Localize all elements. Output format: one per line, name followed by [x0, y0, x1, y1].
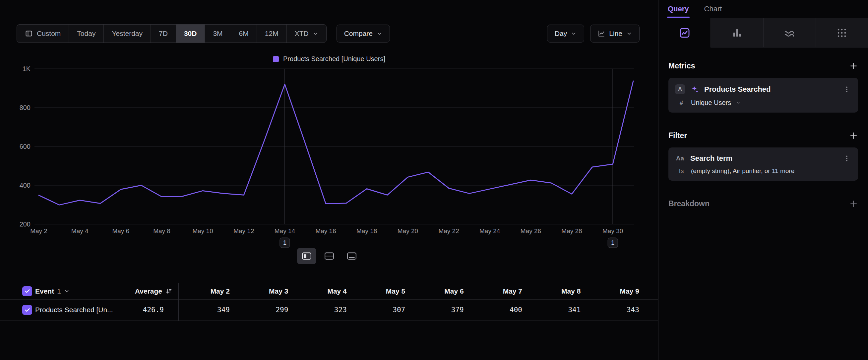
table-row: Products Searched [Un... 426.9 349299323…: [0, 300, 658, 321]
y-axis-tick: 200: [20, 221, 31, 228]
column-header-may-4[interactable]: May 4: [287, 287, 347, 295]
range-custom[interactable]: Custom: [17, 25, 69, 43]
chart-style-button[interactable]: Line: [590, 25, 640, 43]
range-7d[interactable]: 7D: [151, 25, 176, 43]
metrics-title: Metrics: [669, 61, 695, 71]
layout-side-by-side-icon: [302, 252, 312, 260]
filter-section-header: Filter: [669, 131, 858, 140]
filter-card[interactable]: Aa Search term Is (empty string), Air pu…: [669, 147, 858, 181]
plus-icon: [849, 131, 858, 140]
chevron-down-icon: [377, 31, 382, 36]
x-axis-tick: May 4: [71, 227, 89, 234]
x-axis-tick: May 2: [30, 227, 48, 234]
column-header-may-9[interactable]: May 9: [580, 287, 639, 295]
column-header-may-7[interactable]: May 7: [463, 287, 522, 295]
number-measure-icon: #: [676, 99, 686, 107]
cell-value: 400: [463, 306, 522, 314]
filter-menu-button[interactable]: [842, 155, 851, 162]
filter-operator[interactable]: Is: [676, 167, 686, 175]
cell-value: 343: [580, 306, 639, 314]
x-axis-tick: May 16: [315, 227, 336, 234]
measure-selector[interactable]: Unique Users: [691, 99, 731, 107]
column-header-may-5[interactable]: May 5: [345, 287, 405, 295]
layout-toggle-group: [290, 247, 368, 265]
cell-value: 379: [404, 306, 464, 314]
range-30d[interactable]: 30D: [176, 25, 205, 43]
compare-chevron-icon: [377, 31, 382, 36]
event-sparkle-icon: [690, 85, 699, 94]
chart-type-tab-insights-line[interactable]: [658, 18, 711, 48]
range-12m[interactable]: 12M: [257, 25, 287, 43]
range-6m[interactable]: 6M: [231, 25, 257, 43]
chart-toolbar: CustomTodayYesterday7D30D3M6M12MXTD Comp…: [17, 24, 640, 43]
range-label: Custom: [37, 30, 61, 37]
average-header[interactable]: Average: [99, 283, 173, 299]
tab-chart[interactable]: Chart: [704, 0, 722, 18]
event-label: Event: [35, 287, 54, 295]
chart-type-tab-grid-dots[interactable]: [816, 18, 868, 48]
add-breakdown-button[interactable]: [849, 199, 858, 208]
chevron-down-icon: [64, 288, 70, 294]
chart-type-tab-bar-chart[interactable]: [711, 18, 763, 48]
cell-value: 323: [287, 306, 347, 314]
svg-text:1: 1: [611, 240, 614, 246]
select-all-checkbox[interactable]: [22, 286, 32, 296]
chevron-down-icon: [571, 31, 577, 36]
sparkle-icon: [690, 85, 699, 94]
layout-toggle-stacked[interactable]: [320, 248, 339, 264]
layout-toggle-bottom-panel[interactable]: [342, 248, 362, 264]
add-filter-button[interactable]: [849, 131, 858, 140]
filter-value[interactable]: (empty string), Air purifier, or 11 more: [691, 167, 795, 175]
column-header-may-8[interactable]: May 8: [521, 287, 581, 295]
range-label: 7D: [159, 30, 168, 37]
tab-query[interactable]: Query: [668, 0, 689, 18]
range-label: XTD: [295, 30, 309, 37]
filter-card-main-row: Aa Search term: [669, 151, 858, 165]
add-metric-button[interactable]: [849, 61, 858, 71]
tab-query-label: Query: [668, 5, 689, 13]
range-3m[interactable]: 3M: [205, 25, 231, 43]
sidebar-tab-bar: Query Chart: [658, 0, 868, 18]
range-today[interactable]: Today: [69, 25, 104, 43]
series-letter-badge: A: [675, 84, 685, 94]
check-icon: [24, 307, 31, 313]
metric-name[interactable]: Products Searched: [704, 85, 837, 94]
event-header[interactable]: Event 1: [35, 283, 70, 299]
range-label: 3M: [213, 30, 222, 37]
series-line[interactable]: [39, 81, 633, 205]
layout-toggle-side-by-side[interactable]: [297, 248, 316, 264]
date-range-control: CustomTodayYesterday7D30D3M6M12MXTD: [17, 24, 327, 43]
metric-card[interactable]: A Products Searched # Unique Users: [669, 78, 858, 113]
column-header-may-2[interactable]: May 2: [170, 287, 230, 295]
range-label: 6M: [239, 30, 249, 37]
x-axis-tick: May 30: [602, 227, 623, 234]
metric-card-main-row: A Products Searched: [669, 82, 858, 97]
granularity-button[interactable]: Day: [547, 25, 584, 43]
layout-bottom-icon: [347, 252, 357, 260]
column-header-may-3[interactable]: May 3: [228, 287, 288, 295]
x-axis-tick: May 20: [398, 227, 418, 234]
filter-card-value-row: Is (empty string), Air purifier, or 11 m…: [669, 165, 858, 177]
annotation-badge[interactable]: 1: [608, 238, 618, 248]
bar-chart-icon: [732, 27, 743, 38]
range-xtd[interactable]: XTD: [287, 25, 326, 43]
line-chart-icon: [598, 30, 605, 37]
chart-type-tab-flows[interactable]: [763, 18, 816, 48]
check-icon: [24, 288, 31, 294]
cell-value: 349: [170, 306, 230, 314]
column-header-may-6[interactable]: May 6: [404, 287, 464, 295]
range-chevron-icon: [313, 31, 318, 36]
compare-button[interactable]: Compare: [337, 25, 390, 43]
annotation-badge[interactable]: 1: [280, 238, 290, 248]
filter-title: Filter: [669, 131, 687, 140]
row-checkbox[interactable]: [22, 305, 32, 315]
y-axis-tick: 600: [20, 143, 31, 150]
granularity-chevron-icon: [571, 31, 577, 36]
range-label: Today: [77, 30, 95, 37]
metric-menu-button[interactable]: [842, 85, 851, 93]
line-chart: 1K800600400200May 2May 4May 6May 8May 10…: [0, 50, 658, 256]
tab-chart-label: Chart: [704, 5, 722, 13]
filter-property-name[interactable]: Search term: [690, 154, 837, 163]
range-yesterday[interactable]: Yesterday: [104, 25, 151, 43]
event-chevron-icon: [64, 288, 70, 294]
